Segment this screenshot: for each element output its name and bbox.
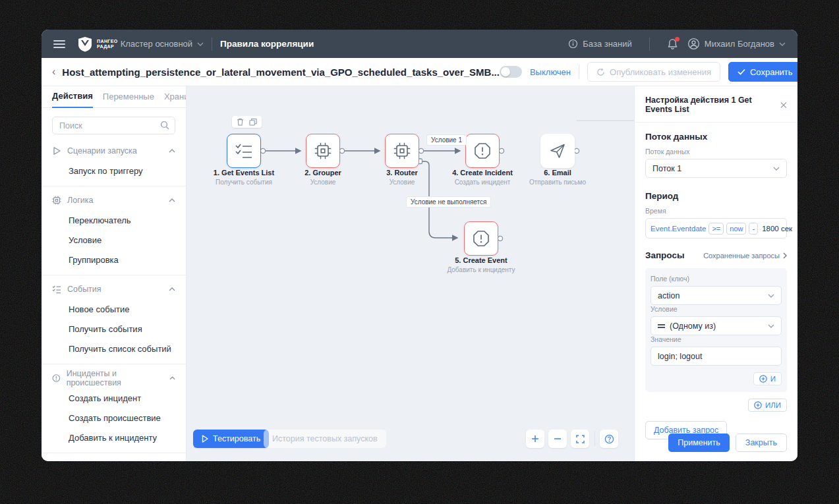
chevron-down-icon xyxy=(768,324,774,328)
send-icon xyxy=(549,142,566,159)
section-incidents: Инциденты и происшествия Создать инциден… xyxy=(42,364,186,453)
check-icon xyxy=(738,69,745,75)
search-icon xyxy=(160,121,169,130)
knowledge-base-link[interactable]: База знаний xyxy=(568,39,632,49)
node-router[interactable] xyxy=(385,134,419,168)
cpu-icon xyxy=(314,142,332,159)
copy-icon[interactable] xyxy=(249,118,257,126)
plus-circle-icon xyxy=(759,375,767,383)
test-history-button[interactable]: История тестовых запусков xyxy=(264,430,386,448)
cluster-selector[interactable]: Кластер основной xyxy=(121,39,204,49)
chevron-down-icon xyxy=(768,294,774,298)
add-or-button[interactable]: ИЛИ xyxy=(748,399,787,412)
zoom-out-button[interactable] xyxy=(548,430,567,448)
section-header-events[interactable]: События xyxy=(42,279,186,299)
close-panel-icon[interactable] xyxy=(780,101,787,109)
play-icon xyxy=(202,435,208,443)
sidebar-item-create-incident[interactable]: Создать инцидент xyxy=(42,388,186,408)
tab-variables[interactable]: Переменные xyxy=(103,92,154,107)
node-get-events-list[interactable] xyxy=(227,134,261,168)
sidebar-item-condition[interactable]: Условие xyxy=(42,230,186,250)
tab-actions[interactable]: Действия xyxy=(52,91,93,108)
sidebar-item-trigger-launch[interactable]: Запуск по триггеру xyxy=(42,161,186,181)
knowledge-base-label: База знаний xyxy=(583,39,632,49)
stream-label: Поток данных xyxy=(645,148,787,155)
field-select[interactable]: action xyxy=(651,286,782,305)
saved-queries-link[interactable]: Сохраненные запросы xyxy=(703,252,787,260)
panel-title: Настройка действия 1 Get Events List xyxy=(645,96,780,114)
condition-select[interactable]: (Одному из) xyxy=(651,316,782,335)
node-create-event[interactable] xyxy=(464,221,498,256)
sidebar-item-get-events[interactable]: Получить события xyxy=(42,319,186,339)
queries-heading: Запросы xyxy=(645,250,684,260)
page-title: Правила корреляции xyxy=(220,39,314,49)
fullscreen-icon xyxy=(576,435,585,443)
publish-changes-button[interactable]: Опубликовать изменения xyxy=(587,62,720,82)
notifications-button[interactable] xyxy=(667,38,678,50)
sidebar-item-new-event[interactable]: Новое событие xyxy=(42,299,186,319)
avatar-icon xyxy=(687,38,700,50)
time-now-chip[interactable]: now xyxy=(726,223,746,235)
trash-icon[interactable] xyxy=(237,118,244,126)
period-heading: Период xyxy=(645,191,787,201)
back-button[interactable]: ‹ xyxy=(52,67,55,77)
cpu-icon xyxy=(52,196,61,205)
stream-select[interactable]: Поток 1 xyxy=(645,159,787,178)
node-create-incident[interactable] xyxy=(465,134,500,168)
chevron-right-icon xyxy=(783,252,787,259)
chevron-down-icon xyxy=(773,167,780,171)
value-input[interactable] xyxy=(651,347,782,366)
publish-label: Опубликовать изменения xyxy=(610,67,711,77)
chevron-up-icon xyxy=(169,287,175,291)
time-minus-chip[interactable]: - xyxy=(749,223,758,235)
section-label: Инциденты и происшествия xyxy=(67,369,163,387)
section-events: События Новое событие Получить события П… xyxy=(42,275,186,364)
edge-label-condition-not-met: Условие не выполняется xyxy=(406,196,491,208)
sidebar-item-create-occurrence[interactable]: Создать происшествие xyxy=(42,408,186,428)
user-menu[interactable]: Михаил Богданов xyxy=(687,38,786,50)
query-card: Поле (ключ) action Условие (Одному из) З… xyxy=(645,268,787,392)
search-input[interactable] xyxy=(52,117,175,134)
divider xyxy=(212,38,212,51)
tab-storage[interactable]: Хранилище xyxy=(164,92,187,107)
sidebar-item-get-events-list[interactable]: Получить список событий xyxy=(42,339,186,358)
close-button[interactable]: Закрыть xyxy=(736,434,787,452)
chevron-down-icon xyxy=(197,42,204,46)
test-button[interactable]: Тестировать xyxy=(193,430,269,448)
hamburger-menu-icon[interactable] xyxy=(53,40,65,48)
fit-view-button[interactable] xyxy=(571,430,589,448)
section-launch-scenarios: Сценарии запуска Запуск по триггеру xyxy=(42,137,186,186)
alert-octagon-icon xyxy=(474,142,491,159)
add-and-button[interactable]: И xyxy=(753,372,782,385)
section-header-logic[interactable]: Логика xyxy=(42,190,186,210)
zoom-in-button[interactable] xyxy=(526,430,544,448)
time-operator-chip[interactable]: >= xyxy=(709,223,724,235)
brand-logo[interactable]: ПАНГЕО РАДАР xyxy=(77,36,118,52)
section-header-launch[interactable]: Сценарии запуска xyxy=(42,141,186,161)
section-header-incidents[interactable]: Инциденты и происшествия xyxy=(42,368,186,388)
section-header-send[interactable]: Отправить xyxy=(42,457,186,461)
node-label: 5. Create Event Добавить к инциденту xyxy=(432,256,531,273)
sidebar-item-grouping[interactable]: Группировка xyxy=(42,250,186,269)
divider xyxy=(594,432,595,446)
sidebar-item-switch[interactable]: Переключатель xyxy=(42,210,186,230)
chevron-down-icon xyxy=(779,42,786,46)
checklist-icon xyxy=(235,143,252,159)
node-grouper[interactable] xyxy=(306,134,340,168)
rule-header-bar: ‹ Host_attempting_persistence_or_lateral… xyxy=(42,58,797,86)
help-icon xyxy=(604,434,614,444)
divider xyxy=(649,38,650,51)
time-expression[interactable]: Event.Eventdate >= now - 1800 сек xyxy=(645,218,787,238)
chevron-up-icon xyxy=(169,198,175,202)
apply-button[interactable]: Применить xyxy=(668,434,730,452)
rule-enabled-toggle[interactable] xyxy=(500,66,522,78)
cpu-icon xyxy=(393,142,411,159)
list-check-icon xyxy=(52,285,61,294)
help-button[interactable] xyxy=(600,430,618,448)
save-button[interactable]: Сохранить xyxy=(728,62,797,82)
node-email[interactable] xyxy=(540,134,575,168)
workflow-canvas[interactable]: 1. Get Events List Получить события 2. G… xyxy=(187,86,634,461)
refresh-icon xyxy=(596,68,605,76)
node-label: 6. Email Отправить письмо xyxy=(508,169,607,186)
sidebar-item-add-to-incident[interactable]: Добавить к инциденту xyxy=(42,428,186,447)
